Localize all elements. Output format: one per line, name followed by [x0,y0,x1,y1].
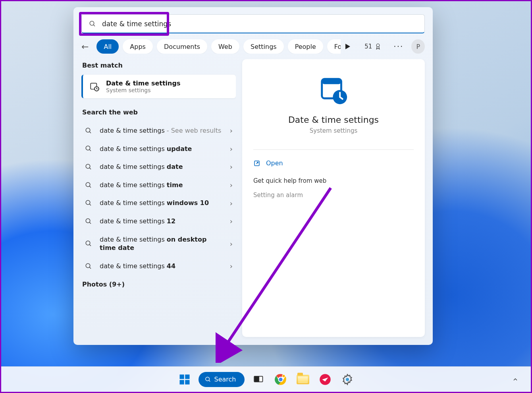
web-header: Search the web [81,106,236,122]
tray-expand-button[interactable] [507,371,524,388]
medal-icon [374,43,382,50]
filter-tab-folde[interactable]: Folde [327,39,341,54]
filter-tab-documents[interactable]: Documents [157,39,207,54]
svg-line-9 [89,150,91,151]
best-match-header: Best match [81,59,236,75]
settings-button[interactable] [339,371,356,388]
user-avatar[interactable]: P [411,39,425,54]
search-icon [205,376,211,383]
rewards-points: 51 [364,43,372,50]
web-result[interactable]: date & time settings 12› [81,212,236,230]
search-icon [84,182,93,189]
svg-point-31 [206,377,209,381]
gear-icon [341,374,353,385]
svg-line-1 [93,25,95,26]
svg-rect-34 [254,376,259,381]
web-result[interactable]: date & time settings time› [81,176,236,194]
chevron-right-icon: › [230,240,233,248]
search-icon [84,145,93,152]
svg-line-19 [89,244,91,246]
web-result[interactable]: date & time settings on desktop time dat… [81,230,236,257]
scroll-right-icon[interactable] [345,44,350,49]
web-result-text: date & time settings time [100,181,224,190]
web-result-text: date & time settings 12 [100,217,224,226]
quick-help-header: Get quick help from web [253,177,414,184]
svg-point-10 [86,164,90,168]
best-match-subtitle: System settings [106,87,180,93]
svg-line-21 [89,267,91,269]
web-result-text: date & time settings windows 10 [100,199,224,207]
folder-icon [297,375,309,384]
svg-point-12 [86,182,90,187]
chevron-right-icon: › [230,145,233,153]
svg-line-32 [209,380,210,381]
svg-line-13 [89,186,91,188]
task-view-button[interactable] [250,371,267,388]
filter-tab-all[interactable]: All [96,39,119,54]
filter-tab-people[interactable]: People [288,39,323,54]
svg-point-20 [86,263,90,268]
back-icon[interactable]: ← [81,42,93,52]
search-icon [84,163,93,170]
web-result[interactable]: date & time settings date› [81,158,236,176]
svg-point-16 [86,219,90,223]
search-icon [84,127,93,134]
web-result[interactable]: date & time settings 44› [81,257,236,275]
results-column: Best match Date & time settings System s… [81,59,236,337]
file-explorer-button[interactable] [295,371,311,388]
chevron-right-icon: › [230,126,233,135]
web-result-text: date & time settings on desktop time dat… [100,235,224,252]
detail-datetime-icon [318,75,349,106]
app-button-1[interactable] [317,371,333,388]
svg-rect-30 [185,380,189,384]
search-box[interactable] [81,14,425,33]
chevron-right-icon: › [230,262,233,270]
svg-rect-27 [179,374,184,379]
divider [253,149,414,150]
taskbar-search-button[interactable]: Search [199,372,245,387]
svg-rect-28 [185,374,189,379]
open-external-icon [253,160,260,167]
filter-tab-apps[interactable]: Apps [123,39,153,54]
search-box-wrap [81,14,425,33]
svg-rect-29 [179,380,184,384]
svg-point-2 [377,44,380,47]
best-match-title: Date & time settings [106,79,180,87]
quick-help-link[interactable]: Setting an alarm [253,192,414,199]
svg-line-15 [89,204,91,205]
search-icon [89,20,96,27]
svg-line-11 [89,168,91,169]
circle-app-icon [319,374,331,385]
chevron-right-icon: › [230,163,233,171]
svg-line-7 [89,132,91,133]
more-options-button[interactable]: ··· [389,42,407,51]
detail-title: Date & time settings [288,115,379,125]
web-result-text: date & time settings date [100,163,224,171]
web-result[interactable]: date & time settings update› [81,140,236,158]
chrome-icon [275,374,287,385]
windows-icon [179,374,191,385]
web-result[interactable]: date & time settings - See web results› [81,122,236,140]
settings-time-icon [89,81,100,92]
open-button[interactable]: Open [253,157,414,173]
search-icon [84,263,93,270]
task-view-icon [253,374,264,385]
filter-tab-settings[interactable]: Settings [243,39,284,54]
rewards-button[interactable]: 51 [360,43,386,50]
web-result-text: date & time settings update [100,145,224,153]
filter-tab-web[interactable]: Web [211,39,239,54]
svg-point-8 [86,146,90,151]
svg-rect-23 [322,79,341,84]
best-match-result[interactable]: Date & time settings System settings [81,75,236,98]
svg-point-0 [90,21,94,25]
open-label: Open [266,159,283,167]
chrome-button[interactable] [272,371,289,388]
search-panel: ← AllAppsDocumentsWebSettingsPeopleFolde… [73,7,433,345]
web-result-text: date & time settings 44 [100,262,224,271]
start-button[interactable] [176,371,193,388]
search-icon [84,218,93,225]
photos-header: Photos (9+) [81,275,236,294]
svg-point-18 [86,241,90,245]
search-input[interactable] [102,20,417,28]
web-result[interactable]: date & time settings windows 10› [81,194,236,212]
